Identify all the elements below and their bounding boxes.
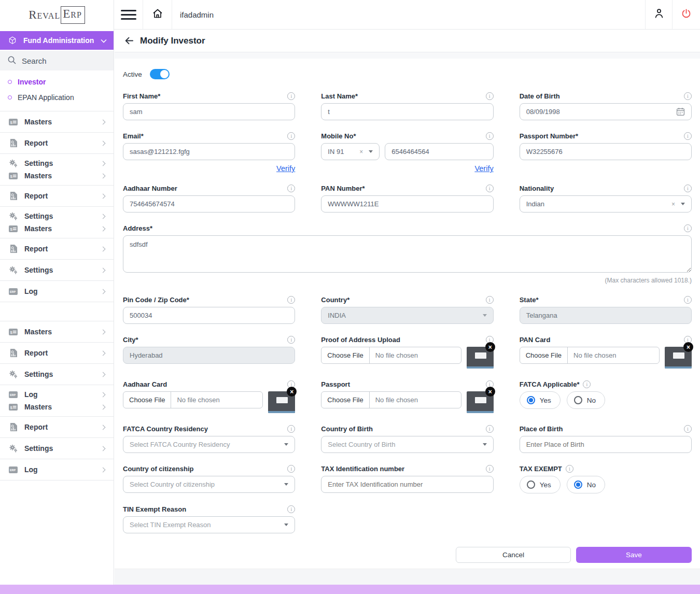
remove-file-icon[interactable]: [485, 387, 495, 397]
sidebar-item-settings[interactable]: Settings: [7, 211, 106, 221]
country-of-birth-select[interactable]: Select Country of Birth: [321, 436, 493, 453]
sidebar-item-log[interactable]: ERP Log: [7, 464, 106, 475]
home-button[interactable]: [143, 0, 172, 29]
tax-exempt-yes-radio[interactable]: Yes: [520, 476, 561, 493]
info-icon[interactable]: [486, 425, 494, 433]
profile-button[interactable]: [645, 0, 672, 29]
email-verify-link[interactable]: Verify: [276, 164, 295, 173]
sidebar-item-masters[interactable]: $ Masters: [7, 223, 106, 234]
logout-button[interactable]: [672, 0, 700, 29]
place-of-birth-input[interactable]: [520, 436, 692, 453]
mobile-country-select[interactable]: IN 91 ×: [321, 143, 380, 160]
mobile-number-input[interactable]: [385, 143, 493, 160]
sidebar-item-settings[interactable]: Settings: [7, 158, 106, 168]
tin-exempt-reason-select[interactable]: Select TIN Exempt Reason: [123, 516, 295, 533]
info-icon[interactable]: [287, 425, 295, 433]
address-textarea[interactable]: sdfsdf: [123, 235, 692, 273]
remove-file-icon[interactable]: [287, 387, 297, 397]
sidebar-item-settings[interactable]: Settings: [7, 265, 106, 275]
sidebar-group: Settings $ Masters: [0, 153, 114, 185]
info-icon[interactable]: [684, 92, 692, 100]
choose-file-button[interactable]: Choose File: [520, 347, 568, 363]
sidebar-item-epan-application[interactable]: EPAN Application: [0, 90, 114, 105]
sidebar-item-report[interactable]: Report: [7, 348, 106, 358]
aadhaar-card-preview: [268, 391, 295, 413]
nationality-select[interactable]: Indian ×: [520, 195, 692, 213]
info-icon[interactable]: [287, 336, 295, 344]
info-icon[interactable]: [486, 92, 494, 100]
tin-input[interactable]: [321, 476, 493, 493]
sidebar-item-settings[interactable]: Settings: [7, 369, 106, 379]
sidebar-item-report[interactable]: Report: [7, 191, 106, 201]
sidebar-item-log[interactable]: ERP Log: [7, 389, 106, 400]
sidebar-item-report[interactable]: Report: [7, 244, 106, 254]
sidebar-item-masters[interactable]: $ Masters: [7, 327, 106, 337]
info-icon[interactable]: [684, 224, 692, 232]
aadhaar-card-file-input[interactable]: Choose File No file chosen: [123, 391, 263, 408]
masters-icon: $: [7, 225, 19, 232]
info-icon[interactable]: [287, 132, 295, 140]
info-icon[interactable]: [486, 132, 494, 140]
choose-file-button[interactable]: Choose File: [321, 392, 369, 408]
chevron-right-icon: [101, 214, 106, 219]
report-icon: [7, 349, 19, 357]
info-icon[interactable]: [684, 132, 692, 140]
logo-text-reval: Reval: [29, 8, 60, 22]
info-icon[interactable]: [684, 425, 692, 433]
sidebar-item-report[interactable]: Report: [7, 422, 106, 432]
sidebar-item-report[interactable]: Report: [7, 138, 106, 148]
first-name-input[interactable]: [123, 103, 295, 120]
sidebar-item-masters[interactable]: $ Masters: [7, 117, 106, 127]
sidebar-item-masters[interactable]: $ Masters: [7, 402, 106, 412]
menu-toggle-button[interactable]: [114, 0, 143, 29]
sidebar-item-settings[interactable]: Settings: [7, 443, 106, 454]
fatca-country-select[interactable]: Select FATCA Country Residency: [123, 436, 295, 453]
passport-number-input[interactable]: [520, 143, 692, 160]
choose-file-button[interactable]: Choose File: [321, 347, 369, 363]
last-name-input[interactable]: [321, 103, 493, 120]
sidebar-search[interactable]: Search: [0, 51, 114, 70]
svg-text:$: $: [10, 120, 12, 124]
info-icon[interactable]: [684, 185, 692, 192]
sidebar-item-masters[interactable]: $ Masters: [7, 171, 106, 181]
tax-exempt-no-radio[interactable]: No: [567, 476, 605, 493]
save-button[interactable]: Save: [576, 547, 692, 563]
svg-text:ERP: ERP: [10, 469, 16, 472]
passport-file-input[interactable]: Choose File No file chosen: [321, 391, 461, 408]
back-button[interactable]: [123, 36, 133, 46]
cancel-button[interactable]: Cancel: [456, 547, 571, 563]
remove-file-icon[interactable]: [485, 342, 495, 352]
info-icon[interactable]: [684, 296, 692, 304]
info-icon[interactable]: [287, 92, 295, 100]
remove-file-icon[interactable]: [683, 342, 693, 352]
dob-input[interactable]: 08/09/1998: [520, 103, 692, 120]
citizenship-select[interactable]: Select Country of citizenship: [123, 476, 295, 493]
info-icon[interactable]: [583, 380, 591, 388]
info-icon[interactable]: [287, 185, 295, 192]
info-icon[interactable]: [486, 296, 494, 304]
fatca-no-radio[interactable]: No: [567, 391, 605, 409]
module-selector-fund-administration[interactable]: Fund Administration: [0, 31, 114, 50]
choose-file-button[interactable]: Choose File: [123, 392, 171, 408]
report-icon: [7, 423, 19, 431]
info-icon[interactable]: [287, 505, 295, 513]
clear-icon[interactable]: ×: [671, 201, 675, 208]
pan-number-input[interactable]: [321, 195, 493, 213]
info-icon[interactable]: [486, 465, 494, 473]
pincode-input[interactable]: [123, 307, 295, 324]
info-icon[interactable]: [566, 465, 573, 473]
sidebar-item-investor[interactable]: Investor: [0, 74, 114, 90]
mobile-verify-link[interactable]: Verify: [474, 164, 493, 173]
sidebar-item-log[interactable]: ERP Log: [7, 286, 106, 296]
email-input[interactable]: [123, 143, 295, 160]
fatca-yes-radio[interactable]: Yes: [520, 391, 561, 409]
info-icon[interactable]: [287, 465, 295, 473]
clear-icon[interactable]: ×: [359, 148, 363, 155]
info-icon[interactable]: [287, 296, 295, 304]
pan-card-file-input[interactable]: Choose File No file chosen: [520, 347, 660, 364]
calendar-icon[interactable]: [676, 107, 685, 116]
aadhaar-number-input[interactable]: [123, 195, 295, 213]
info-icon[interactable]: [486, 185, 494, 192]
active-toggle[interactable]: [150, 69, 170, 79]
proof-of-address-file-input[interactable]: Choose File No file chosen: [321, 347, 461, 364]
